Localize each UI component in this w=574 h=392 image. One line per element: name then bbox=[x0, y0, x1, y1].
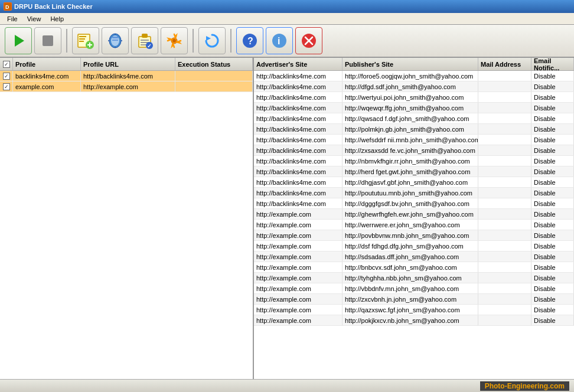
right-cell-adv: http://example.com bbox=[254, 230, 343, 240]
right-table-row[interactable]: http://backlinks4me.com http://wefsddrf … bbox=[254, 135, 574, 145]
checkbox-1[interactable] bbox=[3, 73, 10, 80]
right-table-row[interactable]: http://example.com http://pokjkxcv.nb.jo… bbox=[254, 315, 574, 326]
right-cell-mail bbox=[478, 198, 531, 208]
right-table-row[interactable]: http://example.com http://qazxswc.fgf.jo… bbox=[254, 305, 574, 315]
table-row[interactable]: backlinks4me.com http://backlinks4me.com bbox=[0, 71, 253, 81]
toolbar-sep-1 bbox=[66, 29, 67, 53]
right-cell-mail bbox=[478, 305, 531, 315]
stop-button[interactable] bbox=[34, 27, 61, 54]
menu-bar: File View Help bbox=[0, 13, 574, 25]
status-bar: Photo-Engineering.com bbox=[0, 379, 574, 392]
right-cell-pub: http://qazxswc.fgf.john_sm@yahoo.com bbox=[343, 305, 478, 315]
help-button[interactable]: ? bbox=[236, 27, 263, 54]
right-cell-adv: http://backlinks4me.com bbox=[254, 113, 343, 123]
manage-button[interactable]: ✓ bbox=[131, 27, 158, 54]
right-cell-pub: http://qwsacd f.dgf.john_smith@yahoo.com bbox=[343, 113, 478, 123]
right-panel: Advertiser's Site Publisher's Site Mail … bbox=[254, 58, 574, 379]
right-table-row[interactable]: http://backlinks4me.com http://wertyui.p… bbox=[254, 92, 574, 103]
right-cell-pub: http://wertyui.poi.john_smith@yahoo.com bbox=[343, 92, 478, 102]
right-cell-adv: http://backlinks4me.com bbox=[254, 145, 343, 155]
right-cell-notif: Disable bbox=[531, 92, 574, 102]
row-check-2[interactable] bbox=[0, 81, 13, 92]
right-cell-pub: http://povbbvnw.mnb.john_sm@yahoo.com bbox=[343, 230, 478, 240]
right-table-header: Advertiser's Site Publisher's Site Mail … bbox=[254, 58, 574, 71]
right-cell-pub: http://foroe5.oogjqw.john_smith@yahoo.co… bbox=[343, 71, 478, 81]
refresh-button[interactable] bbox=[198, 27, 226, 54]
right-cell-adv: http://backlinks4me.com bbox=[254, 177, 343, 187]
right-cell-adv: http://backlinks4me.com bbox=[254, 71, 343, 81]
svg-marker-2 bbox=[15, 35, 24, 47]
right-cell-pub: http://sdsadas.dff.john_sm@yahoo.com bbox=[343, 251, 478, 262]
right-cell-notif: Disable bbox=[531, 283, 574, 293]
table-row[interactable]: example.com http://example.com bbox=[0, 81, 253, 92]
menu-file[interactable]: File bbox=[2, 14, 22, 24]
right-table-row[interactable]: http://backlinks4me.com http://polmkjn.g… bbox=[254, 124, 574, 135]
right-cell-notif: Disable bbox=[531, 188, 574, 198]
info-button[interactable]: i bbox=[266, 27, 293, 54]
right-cell-pub: http://wqewqr.ffg.john_smith@yahoo.com bbox=[343, 103, 478, 113]
right-table-row[interactable]: http://backlinks4me.com http://nbmvkfhgi… bbox=[254, 156, 574, 166]
right-cell-mail bbox=[478, 230, 531, 240]
right-table-row[interactable]: http://example.com http://vbbdnfv.mn.joh… bbox=[254, 283, 574, 294]
checkbox-2[interactable] bbox=[3, 83, 10, 90]
right-cell-pub: http://zxsaxsdd fe.vc.john_smith@yahoo.c… bbox=[343, 145, 478, 155]
right-table-row[interactable]: http://backlinks4me.com http://dfgd.sdf.… bbox=[254, 81, 574, 92]
right-table-row[interactable]: http://backlinks4me.com http://dhgjasvf.… bbox=[254, 177, 574, 188]
right-cell-adv: http://example.com bbox=[254, 283, 343, 293]
right-cell-adv: http://example.com bbox=[254, 315, 343, 325]
right-table-row[interactable]: http://backlinks4me.com http://qwsacd f.… bbox=[254, 113, 574, 124]
right-cell-adv: http://backlinks4me.com bbox=[254, 124, 343, 134]
menu-help[interactable]: Help bbox=[45, 14, 69, 24]
settings-button[interactable] bbox=[102, 27, 129, 54]
right-table-row[interactable]: http://example.com http://povbbvnw.mnb.j… bbox=[254, 230, 574, 241]
right-table-row[interactable]: http://example.com http://tyhghha.nbb.jo… bbox=[254, 273, 574, 283]
right-cell-adv: http://example.com bbox=[254, 220, 343, 230]
right-cell-adv: http://backlinks4me.com bbox=[254, 135, 343, 145]
status-column-header: Execution Status bbox=[175, 58, 253, 70]
close-app-button[interactable] bbox=[295, 27, 322, 54]
toolbar: ✓ ? i bbox=[0, 25, 574, 58]
start-button[interactable] bbox=[5, 27, 32, 54]
right-table-row[interactable]: http://example.com http://ghewrfhgfeh.ew… bbox=[254, 209, 574, 220]
right-cell-notif: Disable bbox=[531, 241, 574, 251]
check-all-checkbox[interactable] bbox=[3, 61, 10, 68]
right-cell-mail bbox=[478, 273, 531, 283]
right-table-row[interactable]: http://example.com http://sdsadas.dff.jo… bbox=[254, 251, 574, 262]
right-table-row[interactable]: http://example.com http://dsf fdhgd.dfg.… bbox=[254, 241, 574, 251]
right-cell-notif: Disable bbox=[531, 124, 574, 134]
right-cell-mail bbox=[478, 113, 531, 123]
right-cell-mail bbox=[478, 92, 531, 102]
right-cell-mail bbox=[478, 262, 531, 272]
right-cell-pub: http://werrwere.er.john_sm@yahoo.com bbox=[343, 220, 478, 230]
right-table-row[interactable]: http://example.com http://werrwere.er.jo… bbox=[254, 220, 574, 230]
check-all-header[interactable] bbox=[0, 58, 13, 70]
right-table-row[interactable]: http://example.com http://zxcvbnh.jn.joh… bbox=[254, 294, 574, 305]
right-table-row[interactable]: http://backlinks4me.com http://poututuu.… bbox=[254, 188, 574, 198]
add-profile-button[interactable] bbox=[72, 27, 99, 54]
right-cell-adv: http://backlinks4me.com bbox=[254, 103, 343, 113]
right-table-row[interactable]: http://backlinks4me.com http://herd fget… bbox=[254, 166, 574, 177]
row-profile-1: backlinks4me.com bbox=[13, 71, 81, 81]
svg-rect-5 bbox=[79, 36, 86, 37]
menu-view[interactable]: View bbox=[22, 14, 46, 24]
right-table-row[interactable]: http://backlinks4me.com http://dgggfgsdf… bbox=[254, 198, 574, 209]
left-table-body: backlinks4me.com http://backlinks4me.com… bbox=[0, 71, 253, 379]
right-cell-pub: http://dsf fdhgd.dfg.john_sm@yahoo.com bbox=[343, 241, 478, 251]
right-cell-adv: http://example.com bbox=[254, 209, 343, 219]
right-cell-mail bbox=[478, 294, 531, 304]
row-check-1[interactable] bbox=[0, 71, 13, 81]
svg-rect-17 bbox=[141, 44, 146, 45]
right-cell-mail bbox=[478, 251, 531, 262]
right-cell-notif: Disable bbox=[531, 177, 574, 187]
right-table-row[interactable]: http://backlinks4me.com http://wqewqr.ff… bbox=[254, 103, 574, 113]
brand-label: Photo-Engineering.com bbox=[480, 381, 569, 391]
main-content: Profile Profile URL Execution Status bac… bbox=[0, 58, 574, 379]
config-button[interactable] bbox=[161, 27, 188, 54]
right-table-row[interactable]: http://backlinks4me.com http://foroe5.oo… bbox=[254, 71, 574, 81]
right-cell-notif: Disable bbox=[531, 273, 574, 283]
svg-rect-3 bbox=[43, 35, 53, 46]
right-cell-adv: http://backlinks4me.com bbox=[254, 198, 343, 208]
right-table-row[interactable]: http://example.com http://bnbcvx.sdf.joh… bbox=[254, 262, 574, 273]
right-cell-notif: Disable bbox=[531, 156, 574, 166]
right-table-row[interactable]: http://backlinks4me.com http://zxsaxsdd … bbox=[254, 145, 574, 156]
